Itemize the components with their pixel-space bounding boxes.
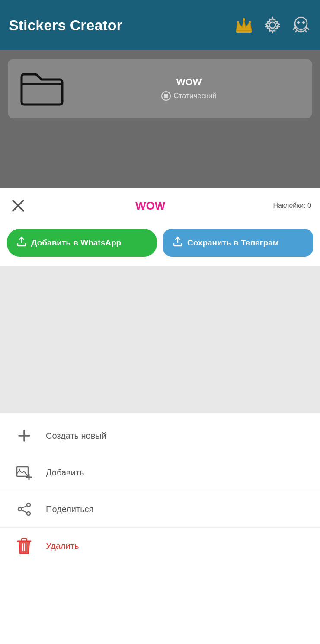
settings-icon[interactable] <box>262 15 283 35</box>
add-to-whatsapp-button[interactable]: Добавить в WhatsApp <box>7 229 157 257</box>
whatsapp-upload-icon <box>16 236 27 249</box>
menu-item-delete[interactable]: Удалить <box>0 528 320 564</box>
delete-label: Удалить <box>46 541 79 551</box>
share-label: Поделиться <box>46 504 93 514</box>
menu-item-add[interactable]: Добавить <box>0 454 320 491</box>
app-title: Stickers Creator <box>9 17 234 34</box>
svg-point-4 <box>269 22 275 28</box>
stickers-area <box>0 266 320 413</box>
action-bar: WOW Наклейки: 0 <box>0 188 320 220</box>
menu-list: Создать новый Добавить <box>0 413 320 568</box>
telegram-upload-icon <box>173 236 183 249</box>
profile-icon[interactable] <box>291 15 311 35</box>
pack-name-label: WOW <box>176 77 202 88</box>
svg-rect-9 <box>164 94 166 98</box>
svg-point-8 <box>162 92 170 100</box>
svg-point-21 <box>27 512 30 515</box>
svg-point-3 <box>249 21 251 23</box>
svg-rect-25 <box>22 539 27 541</box>
close-button[interactable] <box>9 196 28 215</box>
svg-point-1 <box>243 18 245 21</box>
image-plus-icon <box>16 464 33 481</box>
svg-point-19 <box>27 503 30 507</box>
svg-point-5 <box>295 17 307 29</box>
add-label: Добавить <box>46 468 84 478</box>
pack-card[interactable]: WOW Статический <box>8 59 312 118</box>
svg-point-6 <box>297 21 300 24</box>
svg-point-16 <box>19 469 20 470</box>
whatsapp-button-label: Добавить в WhatsApp <box>31 238 121 248</box>
svg-point-7 <box>302 21 305 24</box>
save-to-telegram-button[interactable]: Сохранить в Телеграм <box>163 229 313 257</box>
menu-item-share[interactable]: Поделиться <box>0 491 320 528</box>
create-new-label: Создать новый <box>46 431 106 441</box>
app-header: Stickers Creator <box>0 0 320 50</box>
header-icons <box>234 15 311 35</box>
sticker-count-label: Наклейки: 0 <box>273 202 311 210</box>
buttons-row: Добавить в WhatsApp Сохранить в Телеграм <box>0 220 320 266</box>
svg-line-22 <box>22 506 27 508</box>
svg-point-2 <box>237 21 239 23</box>
svg-point-20 <box>18 507 22 511</box>
crown-icon[interactable] <box>234 15 254 35</box>
menu-item-create-new[interactable]: Создать новый <box>0 418 320 454</box>
pack-type-row: Статический <box>161 91 216 101</box>
svg-line-23 <box>22 510 27 513</box>
pack-area: WOW Статический <box>0 50 320 188</box>
pack-title-label: WOW <box>28 199 273 213</box>
svg-rect-0 <box>236 31 252 33</box>
svg-rect-10 <box>166 94 168 98</box>
share-icon <box>16 501 33 518</box>
pack-type-label: Статический <box>173 92 216 100</box>
plus-icon <box>16 427 33 444</box>
folder-icon <box>18 68 66 109</box>
pack-info: WOW Статический <box>76 77 302 101</box>
telegram-button-label: Сохранить в Телеграм <box>187 238 279 248</box>
trash-icon <box>16 537 33 555</box>
